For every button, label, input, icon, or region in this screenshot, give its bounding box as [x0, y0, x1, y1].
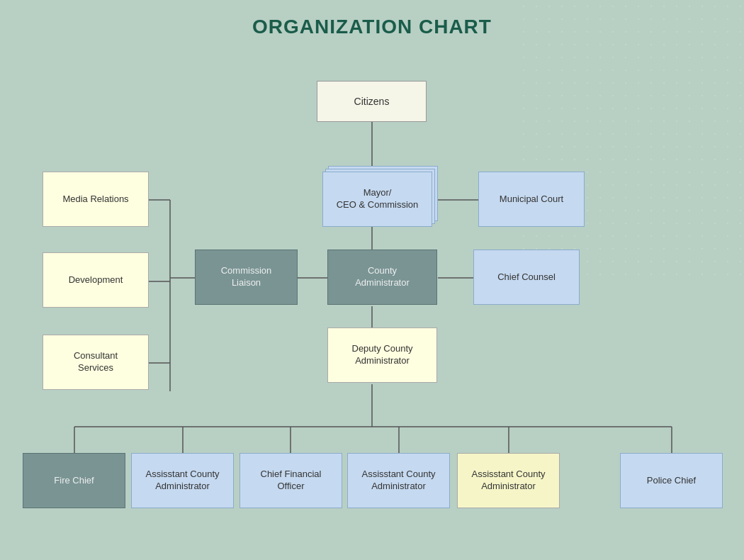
page-title: ORGANIZATION CHART — [0, 0, 744, 45]
node-chief-counsel: Chief Counsel — [473, 250, 580, 305]
node-county-admin: County Administrator — [327, 250, 437, 305]
node-citizens: Citizens — [317, 81, 427, 122]
node-fire-chief: Fire Chief — [23, 453, 125, 508]
node-municipal-court: Municipal Court — [478, 172, 585, 227]
node-deputy-county-admin: Deputy County Administrator — [327, 327, 437, 383]
node-asst-admin-1: Assisstant County Administrator — [131, 453, 234, 508]
node-development: Development — [43, 252, 149, 308]
node-commission-liaison: Commission Liaison — [195, 250, 298, 305]
node-cfo: Chief Financial Officer — [239, 453, 342, 508]
node-consultant-services: Consultant Services — [43, 335, 149, 390]
chart-area: Citizens Mayor/ CEO & Commission Municip… — [0, 45, 744, 560]
node-police-chief: Police Chief — [620, 453, 723, 508]
node-media-relations: Media Relations — [43, 172, 149, 227]
node-asst-admin-3: Assisstant County Administrator — [457, 453, 560, 508]
node-asst-admin-2: Assisstant County Administrator — [347, 453, 450, 508]
